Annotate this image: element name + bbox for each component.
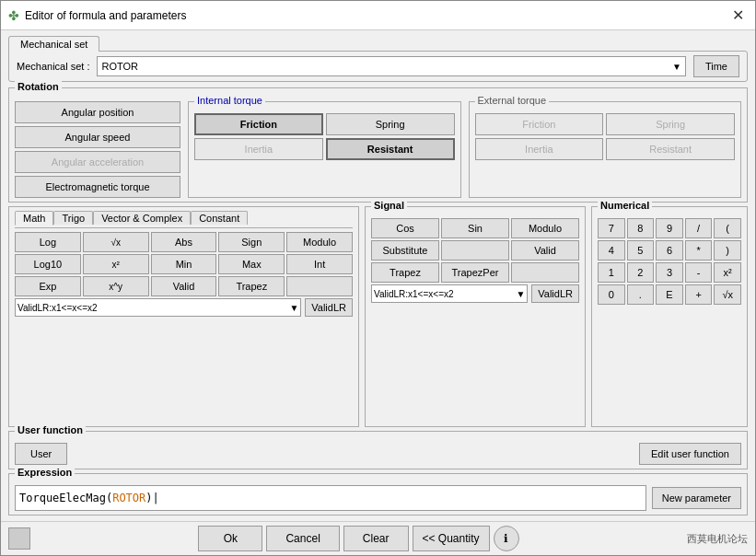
signal-valid-button[interactable]: Valid <box>511 240 579 261</box>
signal-validlr-button[interactable]: ValidLR <box>531 284 579 303</box>
mech-set-label: Mechanical set : <box>17 61 89 72</box>
num-plus-button[interactable]: + <box>685 284 713 305</box>
math-exp-button[interactable]: Exp <box>15 276 81 296</box>
mech-tab-mechanical-set[interactable]: Mechanical set <box>8 36 99 52</box>
external-resistant-button[interactable]: Resistant <box>606 138 735 160</box>
math-log-button[interactable]: Log <box>15 232 81 252</box>
tab-vector-complex[interactable]: Vector & Complex <box>93 211 191 225</box>
internal-torque-title: Internal torque <box>194 95 265 106</box>
num-multiply-button[interactable]: * <box>685 240 713 261</box>
main-content: Mechanical set Mechanical set : ROTOR ▼ … <box>1 30 755 521</box>
num-3-button[interactable]: 3 <box>656 262 683 283</box>
num-8-button[interactable]: 8 <box>627 218 655 238</box>
electromagnetic-torque-button[interactable]: Electromagnetic torque <box>15 176 180 198</box>
tab-constant[interactable]: Constant <box>191 211 248 225</box>
quantity-button[interactable]: << Quantity <box>413 526 490 551</box>
expression-box: Expression TorqueElecMag(ROTOR)| New par… <box>8 473 748 515</box>
signal-title: Signal <box>371 200 407 211</box>
expression-text-param: ROTOR <box>112 492 145 504</box>
signal-validlr-combo[interactable]: ValidLR:x1<=x<=x2 ▼ <box>371 284 528 303</box>
time-button[interactable]: Time <box>693 55 739 77</box>
math-validlr-button[interactable]: ValidLR <box>305 298 353 317</box>
math-sqrt-button[interactable]: √x <box>83 232 149 252</box>
mech-set-combo[interactable]: ROTOR ▼ <box>97 56 685 76</box>
num-dot-button[interactable]: . <box>627 284 655 305</box>
signal-validlr-label: ValidLR:x1<=x<=x2 <box>374 289 454 299</box>
num-close-paren-button[interactable]: ) <box>714 240 741 261</box>
math-log10-button[interactable]: Log10 <box>15 254 81 274</box>
bottom-bar: Ok Cancel Clear << Quantity ℹ 西莫电机论坛 <box>1 521 755 555</box>
clear-button[interactable]: Clear <box>343 526 409 551</box>
math-tabs: Math Trigo Vector & Complex Constant <box>15 211 353 225</box>
expression-field[interactable]: TorqueElecMag(ROTOR)| <box>15 485 646 511</box>
bottom-center: Ok Cancel Clear << Quantity ℹ <box>198 526 518 551</box>
math-sign-button[interactable]: Sign <box>218 232 285 252</box>
math-validlr-combo[interactable]: ValidLR:x1<=x<=x2 ▼ <box>15 298 301 317</box>
internal-inertia-button[interactable]: Inertia <box>194 138 323 160</box>
num-7-button[interactable]: 7 <box>598 218 625 238</box>
num-divide-button[interactable]: / <box>685 218 713 238</box>
num-x2-button[interactable]: x² <box>714 262 741 283</box>
num-2-button[interactable]: 2 <box>627 262 655 283</box>
ok-button[interactable]: Ok <box>198 526 262 551</box>
signal-trapezper-button[interactable]: TrapezPer <box>441 262 509 283</box>
num-open-paren-button[interactable]: ( <box>714 218 741 238</box>
mech-set-section: Mechanical set Mechanical set : ROTOR ▼ … <box>8 36 748 82</box>
num-0-button[interactable]: 0 <box>598 284 625 305</box>
math-int-button[interactable]: Int <box>286 254 353 274</box>
tab-trigo[interactable]: Trigo <box>53 211 93 225</box>
signal-cos-button[interactable]: Cos <box>371 218 439 238</box>
signal-trapez-button[interactable]: Trapez <box>371 262 439 283</box>
num-6-button[interactable]: 6 <box>656 240 683 261</box>
external-spring-button[interactable]: Spring <box>606 113 735 135</box>
math-xy-button[interactable]: x^y <box>83 276 149 296</box>
angular-acceleration-button[interactable]: Angular acceleration <box>15 151 180 173</box>
math-modulo-button[interactable]: Modulo <box>286 232 353 252</box>
chevron-down-icon: ▼ <box>672 62 681 72</box>
external-friction-button[interactable]: Friction <box>475 113 604 135</box>
math-abs-button[interactable]: Abs <box>151 232 217 252</box>
num-minus-button[interactable]: - <box>685 262 713 283</box>
math-min-button[interactable]: Min <box>151 254 217 274</box>
math-max-button[interactable]: Max <box>218 254 285 274</box>
math-x2-button[interactable]: x² <box>83 254 149 274</box>
internal-friction-button[interactable]: Friction <box>194 113 323 135</box>
numerical-panel: Numerical 7 8 9 / ( 4 5 6 * ) 1 2 <box>591 206 748 427</box>
external-torque-grid: Friction Spring Inertia Resistant <box>475 113 736 160</box>
num-9-button[interactable]: 9 <box>656 218 683 238</box>
math-validlr-row: ValidLR:x1<=x<=x2 ▼ ValidLR <box>15 298 353 317</box>
edit-user-function-button[interactable]: Edit user function <box>639 443 741 465</box>
user-function-button[interactable]: User <box>15 443 67 465</box>
signal-sin-button[interactable]: Sin <box>441 218 509 238</box>
info-button[interactable]: ℹ <box>494 526 519 551</box>
num-4-button[interactable]: 4 <box>598 240 625 261</box>
math-valid-button[interactable]: Valid <box>151 276 217 296</box>
signal-grid-row2: Substitute Valid <box>371 240 579 261</box>
signal-substitute-button[interactable]: Substitute <box>371 240 439 261</box>
signal-panel: Signal Cos Sin Modulo Substitute Valid T… <box>365 206 586 427</box>
internal-spring-button[interactable]: Spring <box>326 113 455 135</box>
num-1-button[interactable]: 1 <box>598 262 625 283</box>
math-empty-button <box>286 276 353 296</box>
num-e-button[interactable]: E <box>656 284 683 305</box>
signal-modulo-button[interactable]: Modulo <box>511 218 579 238</box>
numerical-grid-row2: 4 5 6 * ) <box>598 240 741 261</box>
tab-math[interactable]: Math <box>15 211 53 226</box>
title-bar-left: ✤ Editor of formula and parameters <box>8 8 186 23</box>
new-parameter-button[interactable]: New parameter <box>652 487 741 509</box>
angular-speed-button[interactable]: Angular speed <box>15 126 180 148</box>
num-5-button[interactable]: 5 <box>627 240 655 261</box>
num-sqrt-button[interactable]: √x <box>714 284 741 305</box>
math-trapez-button[interactable]: Trapez <box>218 276 285 296</box>
angular-position-button[interactable]: Angular position <box>15 101 180 123</box>
close-button[interactable]: ✕ <box>728 6 748 24</box>
expression-text-suffix: )| <box>145 492 158 504</box>
external-inertia-button[interactable]: Inertia <box>475 138 604 160</box>
logo-icon <box>8 527 30 550</box>
func-row: Math Trigo Vector & Complex Constant Log… <box>8 206 748 427</box>
cancel-button[interactable]: Cancel <box>266 526 339 551</box>
signal-empty-button <box>441 240 509 261</box>
watermark-text: 西莫电机论坛 <box>687 532 748 546</box>
internal-resistant-button[interactable]: Resistant <box>326 138 455 160</box>
user-function-title: User function <box>15 424 86 435</box>
